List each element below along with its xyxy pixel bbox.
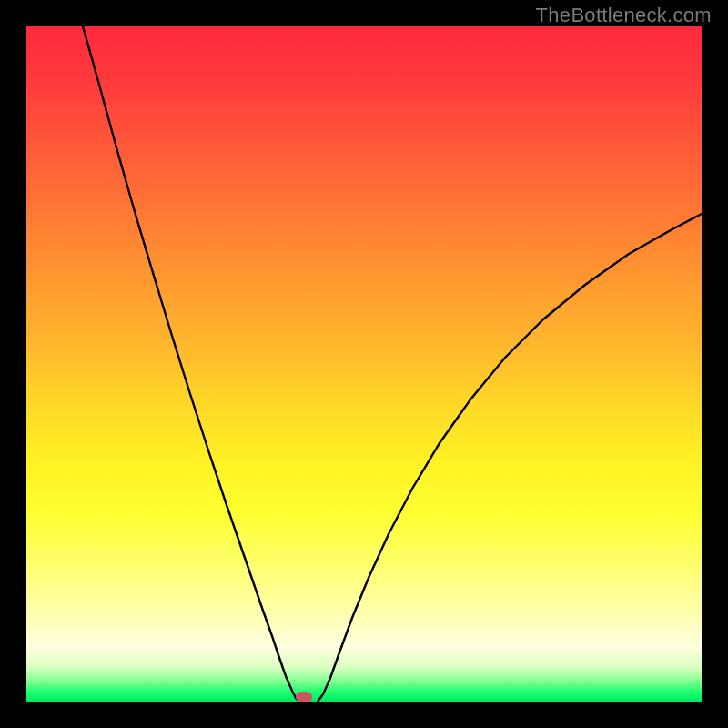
curve-right-branch (318, 214, 702, 702)
attribution-text: TheBottleneck.com (536, 4, 712, 27)
curve-left-branch (83, 26, 299, 702)
plot-area (26, 26, 702, 702)
bottleneck-curve (26, 26, 702, 702)
optimum-marker (296, 692, 312, 702)
